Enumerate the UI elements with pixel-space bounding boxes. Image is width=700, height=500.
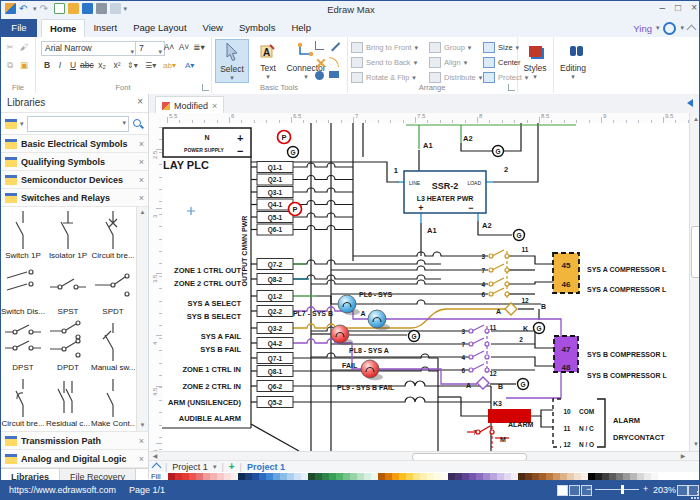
fill-swatch[interactable] bbox=[168, 473, 175, 480]
arrange-send-to-back[interactable]: Send to Back▾ bbox=[351, 56, 417, 69]
fill-swatch[interactable] bbox=[301, 473, 308, 480]
fill-swatch[interactable] bbox=[343, 473, 350, 480]
superscript-button[interactable]: x² bbox=[111, 59, 123, 72]
fill-swatch[interactable] bbox=[350, 473, 357, 480]
fit-page-icon[interactable] bbox=[677, 485, 688, 496]
add-page-icon[interactable]: + bbox=[229, 462, 235, 472]
fill-swatch[interactable] bbox=[266, 473, 273, 480]
fill-swatch[interactable] bbox=[392, 473, 399, 480]
library-item[interactable]: Semiconductor Devices× bbox=[1, 171, 148, 189]
alarm-relay[interactable]: K3 ALARM 7 M bbox=[473, 400, 533, 443]
io-label-sys-a-fail[interactable]: SYS A FAIL bbox=[201, 332, 242, 341]
arrange-group[interactable]: Group▾ bbox=[429, 41, 471, 54]
fill-swatch[interactable] bbox=[448, 473, 455, 480]
scroll-right-icon[interactable]: ▶ bbox=[678, 452, 688, 460]
fill-swatch[interactable] bbox=[287, 473, 294, 480]
library-close-icon[interactable]: × bbox=[139, 157, 144, 167]
pilot-lamps[interactable] bbox=[331, 295, 390, 380]
fill-swatch[interactable] bbox=[518, 473, 525, 480]
fill-swatch[interactable] bbox=[329, 473, 336, 480]
zoom-slider[interactable] bbox=[595, 489, 639, 490]
symbol-make-cont-[interactable]: Make Cont... bbox=[91, 375, 135, 431]
library-close-icon[interactable]: × bbox=[139, 454, 144, 464]
close-button[interactable]: × bbox=[691, 2, 697, 13]
fill-swatch[interactable] bbox=[644, 473, 651, 480]
io-label-sys-b-select[interactable]: SYS B SELECT bbox=[187, 312, 242, 321]
tab-insert[interactable]: Insert bbox=[85, 19, 125, 37]
plc-io-labels[interactable]: ZONE 1 CTRL OUTZONE 2 CTRL OUTSYS A SELE… bbox=[168, 266, 241, 423]
italic-button[interactable]: I bbox=[54, 59, 66, 72]
account-name[interactable]: Ying bbox=[633, 23, 652, 34]
scroll-left-icon[interactable]: ◀ bbox=[150, 452, 160, 460]
io-label-sys-a-select[interactable]: SYS A SELECT bbox=[187, 299, 241, 308]
page-view-icon[interactable] bbox=[569, 485, 580, 496]
arrange-size[interactable]: Size▾ bbox=[483, 41, 519, 54]
symbol-residual-c-[interactable]: Residual c... bbox=[46, 375, 90, 431]
arrange-align[interactable]: Align▾ bbox=[429, 56, 467, 69]
collapse-panel-icon[interactable] bbox=[687, 99, 693, 107]
fill-swatch[interactable] bbox=[217, 473, 224, 480]
ssr2-relay[interactable]: LINE SSR-2 LOAD L3 HEATER PWR + − 1 2 bbox=[394, 165, 508, 213]
line-spacing-icon[interactable]: ⇕▾ bbox=[127, 59, 143, 72]
fill-swatch[interactable] bbox=[259, 473, 266, 480]
fill-swatch[interactable] bbox=[231, 473, 238, 480]
fill-swatch[interactable] bbox=[637, 473, 644, 480]
library-item[interactable]: Transmission Path× bbox=[1, 432, 148, 450]
font-family-combo[interactable]: Arial Narrow▾ bbox=[41, 41, 137, 56]
fill-swatch[interactable] bbox=[203, 473, 210, 480]
fill-swatch[interactable] bbox=[434, 473, 441, 480]
sys-b-terminal-block[interactable]: 47 48 bbox=[554, 336, 578, 372]
io-label-audible-alarm[interactable]: AUDIBLE ALARM bbox=[179, 414, 241, 423]
fill-swatch[interactable] bbox=[651, 473, 658, 480]
io-label-zone-1-ctrl-in[interactable]: ZONE 1 CTRL IN bbox=[182, 365, 241, 374]
tab-view[interactable]: View bbox=[195, 19, 231, 37]
fill-swatch[interactable] bbox=[553, 473, 560, 480]
fill-swatch[interactable] bbox=[252, 473, 259, 480]
ground-symbol[interactable]: G bbox=[409, 331, 420, 342]
library-item[interactable]: Analog and Digital Logic× bbox=[1, 450, 148, 468]
fill-swatch[interactable] bbox=[273, 473, 280, 480]
normal-view-icon[interactable] bbox=[557, 485, 568, 496]
fill-swatch[interactable] bbox=[280, 473, 287, 480]
power-supply-box[interactable]: N POWER SUPPLY + − bbox=[163, 128, 251, 157]
vertical-scroll-thumb[interactable] bbox=[691, 226, 700, 278]
library-close-icon[interactable]: × bbox=[139, 175, 144, 185]
ground-symbol[interactable]: G bbox=[534, 323, 545, 334]
fill-swatch[interactable] bbox=[539, 473, 546, 480]
select-tool-button[interactable]: Select▾ bbox=[215, 39, 249, 83]
collapse-ribbon-icon[interactable] bbox=[687, 25, 697, 35]
ground-symbol[interactable]: G bbox=[518, 379, 529, 390]
library-chooser-icon[interactable] bbox=[5, 119, 17, 129]
tab-file[interactable]: File bbox=[1, 19, 37, 37]
text-align-icon[interactable]: ≣▾ bbox=[193, 41, 205, 54]
status-url[interactable]: https://www.edrawsoft.com bbox=[9, 485, 116, 495]
ground-symbol[interactable]: G bbox=[288, 147, 299, 158]
fill-swatch[interactable] bbox=[616, 473, 623, 480]
fill-swatch[interactable] bbox=[322, 473, 329, 480]
pilot-lamp-blue[interactable] bbox=[338, 295, 360, 315]
font-size-combo[interactable]: 7▾ bbox=[135, 41, 165, 56]
fill-swatch[interactable] bbox=[196, 473, 203, 480]
fill-swatch[interactable] bbox=[399, 473, 406, 480]
fill-swatch[interactable] bbox=[546, 473, 553, 480]
fill-swatch[interactable] bbox=[441, 473, 448, 480]
fill-swatch[interactable] bbox=[238, 473, 245, 480]
io-label-zone-1-ctrl-out[interactable]: ZONE 1 CTRL OUT bbox=[174, 266, 241, 275]
fill-swatch[interactable] bbox=[469, 473, 476, 480]
fill-swatch[interactable] bbox=[511, 473, 518, 480]
fill-swatch[interactable] bbox=[630, 473, 637, 480]
pencil-tool-icon[interactable] bbox=[315, 57, 328, 70]
fill-swatch[interactable] bbox=[378, 473, 385, 480]
gear-icon[interactable] bbox=[663, 22, 676, 35]
fill-swatch[interactable] bbox=[224, 473, 231, 480]
symbol-spdt[interactable]: SPDT bbox=[91, 263, 135, 319]
symbol-dpst[interactable]: DPST bbox=[1, 319, 45, 375]
zoom-in-icon[interactable]: + bbox=[643, 484, 648, 494]
library-close-icon[interactable]: × bbox=[139, 139, 144, 149]
symbol-grid-scrollbar[interactable]: ▲▼ bbox=[136, 207, 148, 431]
scroll-down-icon[interactable]: ▼ bbox=[137, 420, 148, 431]
active-page-link[interactable]: Project 1 bbox=[247, 462, 285, 472]
page-tab-dropdown-icon[interactable]: ▾ bbox=[213, 463, 217, 471]
cut-icon[interactable]: ✂ bbox=[4, 41, 16, 54]
tab-home[interactable]: Home bbox=[41, 19, 85, 37]
